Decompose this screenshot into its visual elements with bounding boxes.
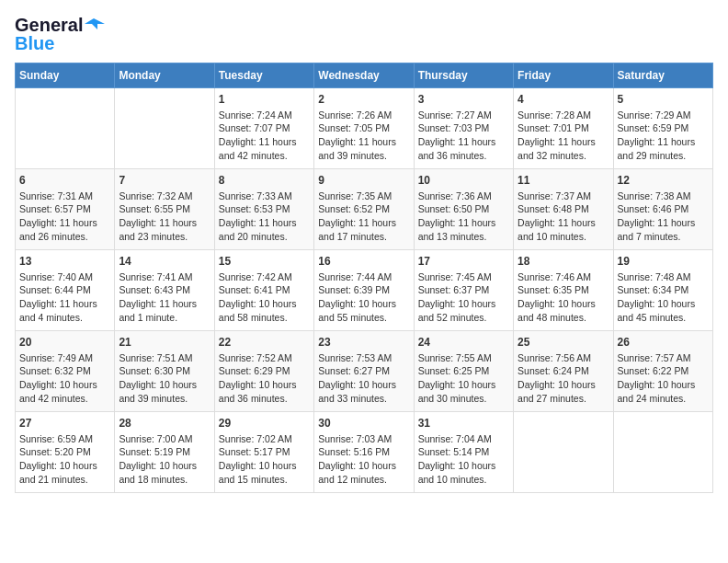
sunset-text: Sunset: 6:50 PM — [418, 202, 509, 216]
sunset-text: Sunset: 7:03 PM — [418, 121, 509, 135]
day-number: 14 — [119, 254, 210, 270]
sunrise-text: Sunrise: 7:53 AM — [318, 351, 409, 365]
daylight-text: Daylight: 11 hours and 26 minutes. — [19, 216, 110, 243]
calendar-cell: 10Sunrise: 7:36 AMSunset: 6:50 PMDayligh… — [414, 169, 513, 250]
sunset-text: Sunset: 6:43 PM — [119, 283, 210, 297]
sunrise-text: Sunrise: 7:42 AM — [219, 270, 310, 284]
day-number: 26 — [618, 335, 709, 350]
calendar-cell: 31Sunrise: 7:04 AMSunset: 5:14 PMDayligh… — [414, 412, 513, 493]
sunset-text: Sunset: 5:19 PM — [119, 445, 210, 459]
sunrise-text: Sunrise: 7:02 AM — [219, 432, 310, 446]
calendar-table: SundayMondayTuesdayWednesdayThursdayFrid… — [15, 63, 713, 493]
calendar-cell: 2Sunrise: 7:26 AMSunset: 7:05 PMDaylight… — [314, 88, 414, 169]
sunset-text: Sunset: 6:57 PM — [19, 202, 110, 216]
week-row-3: 13Sunrise: 7:40 AMSunset: 6:44 PMDayligh… — [16, 250, 713, 331]
calendar-cell: 8Sunrise: 7:33 AMSunset: 6:53 PMDaylight… — [214, 169, 313, 250]
daylight-text: Daylight: 11 hours and 42 minutes. — [219, 135, 310, 162]
daylight-text: Daylight: 10 hours and 27 minutes. — [518, 378, 609, 405]
calendar-cell: 16Sunrise: 7:44 AMSunset: 6:39 PMDayligh… — [314, 250, 414, 331]
day-number: 30 — [318, 416, 409, 431]
sunset-text: Sunset: 6:29 PM — [219, 364, 310, 378]
sunset-text: Sunset: 6:41 PM — [219, 283, 310, 297]
calendar-cell — [115, 88, 214, 169]
day-number: 24 — [418, 335, 509, 350]
sunrise-text: Sunrise: 7:41 AM — [119, 270, 210, 284]
calendar-cell: 26Sunrise: 7:57 AMSunset: 6:22 PMDayligh… — [613, 331, 712, 412]
day-number: 19 — [618, 254, 709, 270]
sunrise-text: Sunrise: 7:51 AM — [119, 351, 210, 365]
sunrise-text: Sunrise: 7:48 AM — [618, 270, 709, 284]
daylight-text: Daylight: 11 hours and 13 minutes. — [418, 216, 509, 243]
day-number: 4 — [518, 92, 609, 108]
calendar-cell: 6Sunrise: 7:31 AMSunset: 6:57 PMDaylight… — [16, 169, 115, 250]
day-number: 27 — [19, 416, 110, 431]
sunset-text: Sunset: 7:05 PM — [318, 121, 409, 135]
daylight-text: Daylight: 11 hours and 10 minutes. — [518, 216, 609, 243]
daylight-text: Daylight: 11 hours and 36 minutes. — [418, 135, 509, 162]
sunset-text: Sunset: 6:25 PM — [418, 364, 509, 378]
day-number: 12 — [618, 173, 709, 189]
daylight-text: Daylight: 11 hours and 4 minutes. — [19, 297, 110, 324]
sunrise-text: Sunrise: 7:33 AM — [219, 190, 310, 203]
day-header-sunday: Sunday — [16, 63, 115, 88]
daylight-text: Daylight: 11 hours and 39 minutes. — [318, 135, 409, 162]
sunrise-text: Sunrise: 7:46 AM — [518, 270, 609, 284]
sunset-text: Sunset: 6:44 PM — [19, 283, 110, 297]
sunrise-text: Sunrise: 7:57 AM — [618, 351, 709, 365]
sunset-text: Sunset: 6:24 PM — [518, 364, 609, 378]
daylight-text: Daylight: 10 hours and 39 minutes. — [119, 378, 210, 405]
sunrise-text: Sunrise: 7:03 AM — [318, 432, 409, 446]
calendar-cell — [514, 412, 613, 493]
day-number: 10 — [418, 173, 509, 189]
sunrise-text: Sunrise: 7:27 AM — [418, 109, 509, 122]
page-header: General Blue — [15, 15, 713, 53]
logo-blue: Blue — [15, 33, 54, 53]
sunset-text: Sunset: 7:07 PM — [219, 121, 310, 135]
sunrise-text: Sunrise: 7:26 AM — [318, 109, 409, 122]
day-number: 7 — [119, 173, 210, 189]
calendar-cell: 27Sunrise: 6:59 AMSunset: 5:20 PMDayligh… — [16, 412, 115, 493]
sunrise-text: Sunrise: 7:49 AM — [19, 351, 110, 365]
sunset-text: Sunset: 6:53 PM — [219, 202, 310, 216]
sunrise-text: Sunrise: 7:56 AM — [518, 351, 609, 365]
day-number: 16 — [318, 254, 409, 270]
daylight-text: Daylight: 11 hours and 32 minutes. — [518, 135, 609, 162]
day-number: 6 — [19, 173, 110, 189]
day-number: 11 — [518, 173, 609, 189]
sunrise-text: Sunrise: 7:28 AM — [518, 109, 609, 122]
daylight-text: Daylight: 11 hours and 23 minutes. — [119, 216, 210, 243]
sunset-text: Sunset: 6:27 PM — [318, 364, 409, 378]
calendar-cell: 30Sunrise: 7:03 AMSunset: 5:16 PMDayligh… — [314, 412, 414, 493]
sunset-text: Sunset: 5:16 PM — [318, 445, 409, 459]
sunset-text: Sunset: 6:37 PM — [418, 283, 509, 297]
calendar-cell: 1Sunrise: 7:24 AMSunset: 7:07 PMDaylight… — [214, 88, 313, 169]
day-number: 25 — [518, 335, 609, 350]
day-number: 1 — [219, 92, 310, 108]
day-header-thursday: Thursday — [414, 63, 513, 88]
sunrise-text: Sunrise: 7:45 AM — [418, 270, 509, 284]
daylight-text: Daylight: 10 hours and 21 minutes. — [19, 459, 110, 486]
sunset-text: Sunset: 6:35 PM — [518, 283, 609, 297]
calendar-cell: 22Sunrise: 7:52 AMSunset: 6:29 PMDayligh… — [214, 331, 313, 412]
calendar-cell: 19Sunrise: 7:48 AMSunset: 6:34 PMDayligh… — [613, 250, 712, 331]
day-number: 21 — [119, 335, 210, 350]
daylight-text: Daylight: 10 hours and 18 minutes. — [119, 459, 210, 486]
day-number: 23 — [318, 335, 409, 350]
sunrise-text: Sunrise: 7:24 AM — [219, 109, 310, 122]
daylight-text: Daylight: 10 hours and 12 minutes. — [318, 459, 409, 486]
day-number: 28 — [119, 416, 210, 431]
logo-container: General Blue — [15, 15, 105, 53]
daylight-text: Daylight: 10 hours and 55 minutes. — [318, 297, 409, 324]
daylight-text: Daylight: 10 hours and 15 minutes. — [219, 459, 310, 486]
day-number: 8 — [219, 173, 310, 189]
sunset-text: Sunset: 6:34 PM — [618, 283, 709, 297]
calendar-cell: 11Sunrise: 7:37 AMSunset: 6:48 PMDayligh… — [514, 169, 613, 250]
daylight-text: Daylight: 11 hours and 20 minutes. — [219, 216, 310, 243]
day-number: 15 — [219, 254, 310, 270]
calendar-cell: 13Sunrise: 7:40 AMSunset: 6:44 PMDayligh… — [16, 250, 115, 331]
sunrise-text: Sunrise: 7:52 AM — [219, 351, 310, 365]
calendar-cell: 9Sunrise: 7:35 AMSunset: 6:52 PMDaylight… — [314, 169, 414, 250]
day-number: 31 — [418, 416, 509, 431]
sunset-text: Sunset: 6:55 PM — [119, 202, 210, 216]
logo-bird-icon — [85, 15, 105, 35]
